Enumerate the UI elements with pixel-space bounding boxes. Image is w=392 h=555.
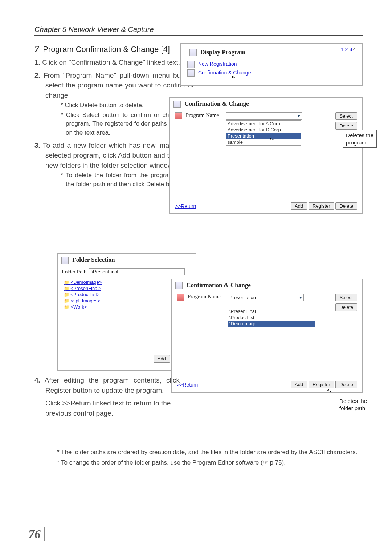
confirmation-change-panel-1: Confirmation & Change Program Name Adver… — [169, 97, 363, 214]
return-link-2[interactable]: >>Return — [177, 382, 198, 388]
save-disk-icon — [175, 112, 182, 119]
step-number-3: 3. — [34, 142, 40, 149]
return-link[interactable]: >>Return — [175, 203, 196, 209]
footnote-1: * The folder paths are ordered by creati… — [57, 448, 363, 457]
program-name-options[interactable]: Advertisement for A Corp. Advertisement … — [226, 120, 301, 146]
delete-button-4[interactable]: Delete — [335, 381, 357, 388]
delete-button-2[interactable]: Delete — [335, 202, 357, 210]
option-a-corp[interactable]: Advertisement for A Corp. — [226, 121, 301, 127]
chapter-title: Chapter 5 Network Viewer & Capture — [34, 25, 363, 36]
step-number-4: 4. — [34, 376, 40, 384]
program-name-label: Program Name — [175, 112, 222, 130]
step-4b-text: Click >>Return linked text to return to … — [34, 398, 180, 418]
add-button[interactable]: Add — [291, 202, 307, 210]
path-item-selected[interactable]: \DemoImage — [228, 321, 315, 327]
confirmation-change-link[interactable]: Confirmation & Change — [198, 70, 251, 76]
path-item[interactable]: \ProductList — [228, 314, 315, 321]
program-name-dropdown-2[interactable]: Presentation — [228, 294, 304, 301]
step-text-1: Click on "Confirmation & Change" linked … — [42, 58, 180, 66]
folder-path-list[interactable]: \PresenFinal \ProductList \DemoImage — [228, 308, 315, 352]
deletes-folder-callout: Deletes the folder path — [336, 396, 370, 413]
section-number: 7 — [34, 44, 39, 54]
delete-button[interactable]: Delete — [335, 122, 357, 130]
folder-sel-icon — [61, 257, 69, 264]
display-program-panel: Display Program 1234 New Registration Co… — [180, 43, 363, 86]
folder-path-label: Folder Path: — [62, 269, 88, 274]
select-button[interactable]: Select — [335, 112, 357, 120]
display-icon — [189, 49, 197, 56]
program-name-dropdown[interactable] — [226, 112, 302, 120]
new-registration-link[interactable]: New Registration — [198, 61, 237, 67]
display-program-title: Display Program — [186, 46, 249, 58]
option-presentation[interactable]: Presentation — [226, 133, 301, 139]
add-button-2[interactable]: Add — [291, 381, 307, 388]
conf-change-title-1: Confirmation & Change — [170, 98, 362, 110]
delete-button-3[interactable]: Delete — [335, 303, 357, 311]
conf-change-icon — [187, 69, 195, 77]
conf-change-title-icon — [173, 101, 181, 108]
step-text-2: From "Program Name" pull-down menu butto… — [44, 72, 194, 99]
conf-change-title2-icon — [175, 282, 183, 289]
section-title: Program Confirmation & Change [4] — [43, 45, 170, 54]
option-d-corp[interactable]: Advertisement for D Corp. — [226, 127, 301, 133]
folder-add-button[interactable]: Add — [154, 355, 170, 363]
save-disk-icon-2 — [177, 294, 184, 301]
page-links[interactable]: 1234 — [340, 46, 356, 58]
deletes-program-callout: Deletes the program — [343, 130, 377, 148]
footnotes: * The folder paths are ordered by creati… — [34, 448, 363, 467]
select-button-2[interactable]: Select — [335, 294, 357, 301]
conf-change-title-2: Confirmation & Change — [172, 279, 362, 291]
new-reg-icon — [187, 61, 195, 68]
folder-selection-title: Folder Selection — [58, 254, 196, 266]
program-name-label-2: Program Name — [177, 294, 224, 301]
page-number: 76 — [28, 527, 41, 541]
step-text-4: After editing the program contents, clic… — [45, 376, 180, 394]
path-item[interactable]: \PresenFinal — [228, 308, 315, 314]
folder-path-input[interactable]: \PresenFinal — [89, 268, 185, 275]
step-number-1: 1. — [34, 58, 40, 66]
confirmation-change-panel-2: Confirmation & Change Program Name Prese… — [171, 279, 363, 393]
option-sample[interactable]: sample — [226, 139, 301, 145]
step-number-2: 2. — [34, 72, 40, 79]
register-button[interactable]: Register — [309, 202, 334, 210]
page-number-bar — [44, 527, 45, 541]
footnote-2: * To change the order of the folder path… — [57, 458, 363, 468]
